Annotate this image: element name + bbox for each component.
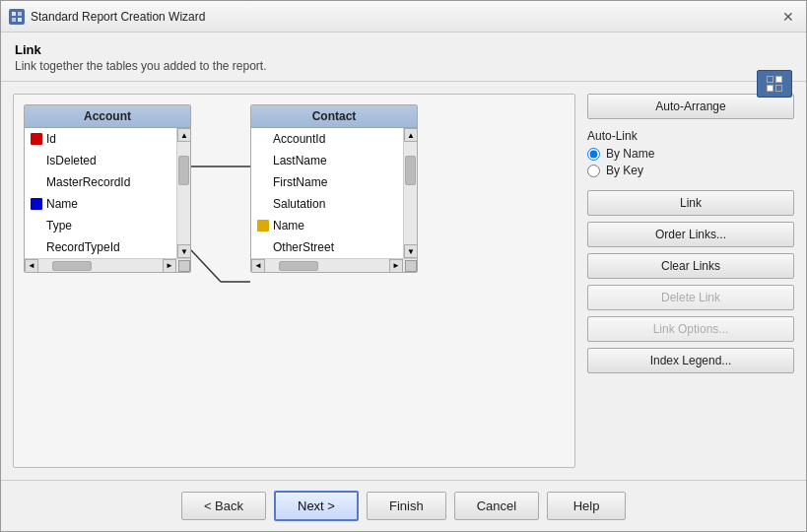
- list-item: MasterRecordId: [25, 171, 176, 193]
- spacer-icon: [257, 176, 269, 188]
- scroll-thumb[interactable]: [178, 156, 189, 185]
- account-table: Account Id IsDeleted: [24, 104, 191, 273]
- list-item: LastName: [251, 150, 403, 171]
- index-legend-button[interactable]: Index Legend...: [587, 348, 794, 373]
- scroll-up-btn[interactable]: ▲: [404, 128, 418, 142]
- contact-table: Contact AccountId LastName: [250, 104, 418, 273]
- by-key-radio[interactable]: [587, 165, 600, 177]
- contact-table-header: Contact: [251, 105, 417, 128]
- yellow-icon: [257, 220, 269, 232]
- spacer-icon: [257, 198, 269, 210]
- diagram-area: Account Id IsDeleted: [13, 94, 575, 468]
- field-label: Type: [46, 219, 72, 233]
- link-lines: [191, 134, 250, 331]
- resize-icon: [405, 260, 417, 272]
- account-vscroll[interactable]: ▲ ▼: [176, 128, 190, 258]
- list-item: Salutation: [251, 193, 403, 215]
- footer: < Back Next > Finish Cancel Help: [1, 480, 806, 531]
- scroll-right-btn[interactable]: ►: [389, 259, 403, 273]
- resize-icon: [178, 260, 190, 272]
- field-label: AccountId: [273, 132, 325, 146]
- contact-fields-wrapper: AccountId LastName FirstName: [251, 128, 417, 258]
- content-area: Account Id IsDeleted: [1, 82, 806, 480]
- account-fields-wrapper: Id IsDeleted MasterRecordId: [25, 128, 190, 258]
- field-label: RecordTypeId: [46, 240, 120, 254]
- account-hscroll[interactable]: ◄ ►: [25, 258, 190, 272]
- order-links-button[interactable]: Order Links...: [587, 222, 794, 247]
- title-bar-icon: [9, 9, 25, 25]
- scroll-thumb[interactable]: [405, 156, 416, 185]
- by-key-radio-row: By Key: [587, 164, 794, 177]
- spacer-icon: [31, 176, 42, 188]
- header-section: Link Link together the tables you added …: [1, 33, 806, 82]
- list-item: Id: [25, 128, 176, 150]
- field-label: Salutation: [273, 197, 325, 211]
- svg-line-5: [191, 250, 221, 282]
- list-item: IsDeleted: [25, 150, 176, 171]
- spacer-icon: [257, 241, 269, 253]
- clear-links-button[interactable]: Clear Links: [587, 253, 794, 279]
- auto-link-label: Auto-Link: [587, 129, 794, 143]
- cancel-button[interactable]: Cancel: [454, 492, 539, 520]
- window: Standard Report Creation Wizard ✕ Link L…: [0, 0, 807, 532]
- list-item: RecordTypeId: [25, 236, 176, 258]
- scroll-left-btn[interactable]: ◄: [25, 259, 38, 273]
- blue-icon: [31, 198, 42, 210]
- list-item: OtherStreet: [251, 236, 403, 258]
- list-item: AccountId: [251, 128, 403, 150]
- wizard-icon: [757, 70, 792, 98]
- spacer-icon: [257, 133, 269, 145]
- header-subtitle: Link together the tables you added to th…: [15, 59, 792, 73]
- finish-button[interactable]: Finish: [367, 492, 446, 520]
- field-label: Name: [46, 197, 78, 211]
- svg-rect-0: [12, 12, 16, 16]
- h-thumb[interactable]: [52, 261, 92, 271]
- contact-fields-inner: AccountId LastName FirstName: [251, 128, 417, 258]
- spacer-icon: [31, 220, 42, 232]
- field-label: MasterRecordId: [46, 175, 130, 189]
- field-label: LastName: [273, 154, 327, 167]
- list-item: Name: [25, 193, 176, 215]
- by-key-label[interactable]: By Key: [606, 164, 643, 177]
- svg-rect-1: [18, 12, 22, 16]
- title-bar-text: Standard Report Creation Wizard: [31, 10, 778, 24]
- scroll-up-btn[interactable]: ▲: [177, 128, 191, 142]
- field-label: OtherStreet: [273, 240, 334, 254]
- auto-link-section: Auto-Link By Name By Key: [587, 125, 794, 184]
- back-button[interactable]: < Back: [181, 492, 266, 520]
- field-label: Name: [273, 219, 304, 233]
- next-button[interactable]: Next >: [274, 491, 359, 521]
- account-table-header: Account: [25, 105, 190, 128]
- title-bar: Standard Report Creation Wizard ✕: [1, 1, 806, 33]
- right-panel: Auto-Arrange Auto-Link By Name By Key Li…: [587, 94, 794, 468]
- list-item: FirstName: [251, 171, 403, 193]
- account-fields-inner: Id IsDeleted MasterRecordId: [25, 128, 190, 258]
- svg-rect-2: [12, 18, 16, 22]
- h-thumb[interactable]: [279, 261, 318, 271]
- by-name-label[interactable]: By Name: [606, 147, 654, 161]
- close-button[interactable]: ✕: [778, 7, 798, 27]
- spacer-icon: [257, 155, 269, 166]
- by-name-radio-row: By Name: [587, 147, 794, 161]
- svg-rect-3: [18, 18, 22, 22]
- link-button[interactable]: Link: [587, 190, 794, 216]
- field-label: IsDeleted: [46, 154, 97, 167]
- contact-vscroll[interactable]: ▲ ▼: [403, 128, 417, 258]
- list-item: Name: [251, 215, 403, 236]
- help-button[interactable]: Help: [547, 492, 626, 520]
- by-name-radio[interactable]: [587, 148, 600, 161]
- delete-link-button[interactable]: Delete Link: [587, 285, 794, 310]
- scroll-down-btn[interactable]: ▼: [404, 244, 418, 258]
- scroll-down-btn[interactable]: ▼: [177, 244, 191, 258]
- list-item: Type: [25, 215, 176, 236]
- scroll-right-btn[interactable]: ►: [163, 259, 176, 273]
- spacer-icon: [31, 241, 42, 253]
- link-options-button[interactable]: Link Options...: [587, 316, 794, 342]
- spacer-icon: [31, 155, 42, 166]
- field-label: FirstName: [273, 175, 327, 189]
- red-icon: [31, 133, 42, 145]
- tables-container: Account Id IsDeleted: [24, 104, 565, 457]
- scroll-left-btn[interactable]: ◄: [251, 259, 265, 273]
- contact-hscroll[interactable]: ◄ ►: [251, 258, 417, 272]
- field-label: Id: [46, 132, 56, 146]
